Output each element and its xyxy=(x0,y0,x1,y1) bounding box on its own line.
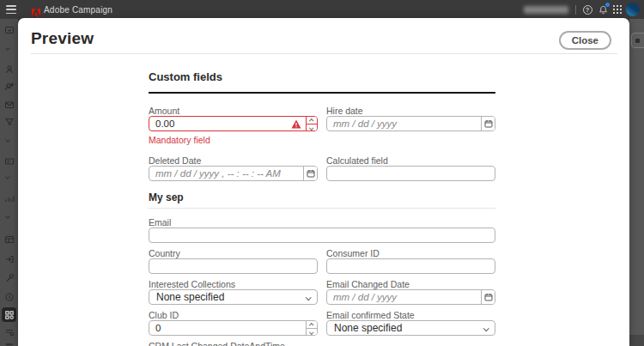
alert-icon xyxy=(291,119,301,129)
email-changed-date-label: Email Changed Date xyxy=(326,279,495,289)
calculated-field: Calculated field xyxy=(326,155,495,181)
consumer-id-label: Consumer ID xyxy=(326,248,495,258)
amount-error-text: Mandatory field xyxy=(149,135,318,145)
email-input-group xyxy=(149,228,495,243)
notification-dot xyxy=(605,3,610,7)
form-row: Interested Collections None specified Em… xyxy=(149,279,495,305)
amount-input[interactable] xyxy=(149,117,289,131)
subsection-rule xyxy=(149,208,495,209)
email-confirmed-state-field: Email confirmed State None specified xyxy=(326,310,495,336)
calculated-field-input-group xyxy=(326,166,495,181)
deleted-date-input-group xyxy=(149,166,318,181)
consumer-id-input-group xyxy=(326,258,495,274)
card-edit-icon[interactable] xyxy=(3,155,15,167)
hire-date-input[interactable] xyxy=(327,117,481,131)
chevron-down-icon[interactable] xyxy=(6,175,10,179)
calculated-field-label: Calculated field xyxy=(326,155,495,166)
list-gear-icon[interactable] xyxy=(3,326,15,337)
form-row: Club ID Email confirmed State None speci… xyxy=(149,310,495,336)
users-sparkle-icon[interactable] xyxy=(3,81,15,92)
club-id-label: Club ID xyxy=(149,310,318,320)
section-rule xyxy=(149,92,495,94)
email-confirmed-state-label: Email confirmed State xyxy=(326,310,495,320)
calendar-icon[interactable] xyxy=(303,167,317,180)
top-bar: Adobe Campaign ? xyxy=(0,0,644,19)
calendar-icon[interactable] xyxy=(481,117,495,131)
email-changed-date-input[interactable] xyxy=(327,290,481,304)
step-up-icon[interactable] xyxy=(307,117,317,124)
document-lines-icon[interactable] xyxy=(3,341,15,346)
hamburger-menu-icon[interactable] xyxy=(6,5,16,14)
form-row: Deleted Date Calculated field xyxy=(149,155,495,181)
club-id-input-group xyxy=(149,320,318,336)
funnel-icon[interactable] xyxy=(3,116,15,127)
wrench-icon[interactable] xyxy=(3,272,15,283)
crm-last-changed-label: CRM Last Changed DateAndTime xyxy=(149,341,495,346)
country-input[interactable] xyxy=(149,259,317,273)
table-icon[interactable] xyxy=(3,234,15,245)
calendar-icon[interactable] xyxy=(481,290,495,304)
chevron-down-icon[interactable] xyxy=(6,46,10,51)
preview-modal: Preview Close Custom fields Amount xyxy=(18,18,629,346)
club-id-stepper[interactable] xyxy=(306,321,317,335)
consumer-id-input[interactable] xyxy=(327,259,495,273)
calculated-field-input[interactable] xyxy=(327,167,495,180)
select-value: None specified xyxy=(334,322,402,334)
form-body: Custom fields Amount Mandatory field xyxy=(149,71,495,346)
consumer-id-field: Consumer ID xyxy=(326,248,495,274)
left-navigation-rail xyxy=(0,18,18,346)
country-field: Country xyxy=(149,248,318,274)
deleted-date-label: Deleted Date xyxy=(149,155,318,166)
email-label: Email xyxy=(149,217,495,228)
background-button-fragment xyxy=(631,33,644,48)
section-title-my-sep: My sep xyxy=(149,192,495,203)
section-title-custom-fields: Custom fields xyxy=(149,71,495,83)
amount-stepper[interactable] xyxy=(306,117,317,131)
email-input[interactable] xyxy=(149,228,495,242)
form-row: Amount Mandatory field Hire date xyxy=(149,106,495,145)
country-label: Country xyxy=(149,248,318,258)
app-title: Adobe Campaign xyxy=(44,5,112,15)
dimmed-background-strip xyxy=(629,18,644,346)
amount-label: Amount xyxy=(149,106,318,116)
close-button[interactable]: Close xyxy=(559,31,611,50)
interested-collections-label: Interested Collections xyxy=(149,279,318,289)
door-arrow-icon[interactable] xyxy=(3,253,15,264)
form-row: Country Consumer ID xyxy=(149,248,495,274)
email-field: Email xyxy=(149,217,495,243)
page-title: Preview xyxy=(31,29,94,48)
hire-date-input-group xyxy=(326,116,495,131)
topbar-divider xyxy=(575,5,576,15)
app-switcher-grid-icon[interactable] xyxy=(611,3,623,15)
email-changed-date-input-group xyxy=(326,289,495,305)
amount-field: Amount Mandatory field xyxy=(149,106,318,145)
club-id-field: Club ID xyxy=(149,310,318,336)
background-footer-fragment xyxy=(629,335,644,346)
history-clock-icon[interactable] xyxy=(3,291,15,302)
help-icon[interactable]: ? xyxy=(581,3,593,15)
bar-chart-icon[interactable] xyxy=(3,192,15,203)
interested-collections-select[interactable]: None specified xyxy=(149,289,318,305)
deleted-date-field: Deleted Date xyxy=(149,155,318,181)
chevron-down-icon xyxy=(306,294,311,300)
deleted-date-input[interactable] xyxy=(149,167,303,180)
chevron-down-icon[interactable] xyxy=(6,138,10,143)
chevron-down-icon xyxy=(483,325,489,331)
step-down-icon[interactable] xyxy=(307,328,317,336)
user-avatar[interactable] xyxy=(626,3,640,16)
mail-icon[interactable] xyxy=(3,99,15,110)
step-up-icon[interactable] xyxy=(307,321,317,328)
step-down-icon[interactable] xyxy=(307,124,317,131)
select-value: None specified xyxy=(156,291,224,303)
club-id-input[interactable] xyxy=(149,321,306,335)
user-icon[interactable] xyxy=(3,64,15,75)
header-divider xyxy=(31,53,617,54)
email-confirmed-state-select[interactable]: None specified xyxy=(326,320,495,336)
email-changed-date-field: Email Changed Date xyxy=(326,279,495,305)
hire-date-label: Hire date xyxy=(326,106,495,116)
hire-date-field: Hire date xyxy=(326,106,495,145)
chevron-down-icon[interactable] xyxy=(6,215,10,219)
grid-gear-icon-selected[interactable] xyxy=(2,307,16,322)
monitor-icon[interactable] xyxy=(3,24,15,35)
country-input-group xyxy=(149,258,318,274)
